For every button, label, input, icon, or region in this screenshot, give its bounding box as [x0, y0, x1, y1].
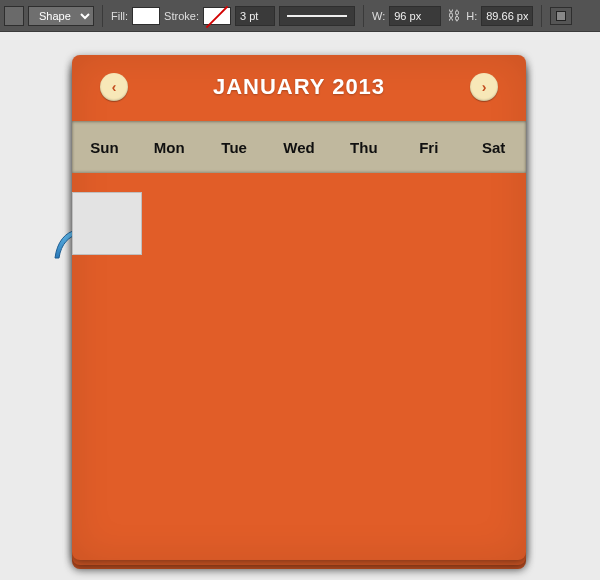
fill-label: Fill: [111, 10, 128, 22]
dow-mon: Mon [137, 139, 202, 156]
width-input[interactable] [389, 6, 441, 26]
calendar-page-front: ‹ JANUARY 2013 › Sun Mon Tue Wed Thu Fri… [72, 55, 526, 560]
tool-mode-dropdown[interactable]: Shape [28, 6, 94, 26]
chevron-left-icon: ‹ [112, 79, 117, 95]
height-input[interactable] [481, 6, 533, 26]
dow-sun: Sun [72, 139, 137, 156]
stroke-swatch[interactable] [203, 7, 231, 25]
width-label: W: [372, 10, 385, 22]
dow-wed: Wed [267, 139, 332, 156]
stroke-label: Stroke: [164, 10, 199, 22]
divider [541, 5, 542, 27]
fill-swatch[interactable] [132, 7, 160, 25]
divider [363, 5, 364, 27]
drawn-shape-rectangle[interactable] [73, 193, 141, 254]
dow-fri: Fri [396, 139, 461, 156]
dow-tue: Tue [202, 139, 267, 156]
calendar-header: ‹ JANUARY 2013 › [72, 55, 526, 111]
shape-tool-swatch[interactable] [4, 6, 24, 26]
dow-sat: Sat [461, 139, 526, 156]
next-month-button[interactable]: › [470, 73, 498, 101]
stroke-style-dropdown[interactable] [279, 6, 355, 26]
day-of-week-strip: Sun Mon Tue Wed Thu Fri Sat [72, 121, 526, 173]
stroke-weight-input[interactable] [235, 6, 275, 26]
height-label: H: [466, 10, 477, 22]
calendar-title: JANUARY 2013 [213, 74, 385, 100]
dow-thu: Thu [331, 139, 396, 156]
calendar-stack: ‹ JANUARY 2013 › Sun Mon Tue Wed Thu Fri… [72, 55, 526, 569]
link-dimensions-icon[interactable]: ⛓ [445, 8, 462, 23]
options-bar: Shape Fill: Stroke: W: ⛓ H: [0, 0, 600, 32]
align-edges-button[interactable] [550, 7, 572, 25]
prev-month-button[interactable]: ‹ [100, 73, 128, 101]
chevron-right-icon: › [482, 79, 487, 95]
canvas[interactable]: ‹ JANUARY 2013 › Sun Mon Tue Wed Thu Fri… [0, 32, 600, 580]
divider [102, 5, 103, 27]
